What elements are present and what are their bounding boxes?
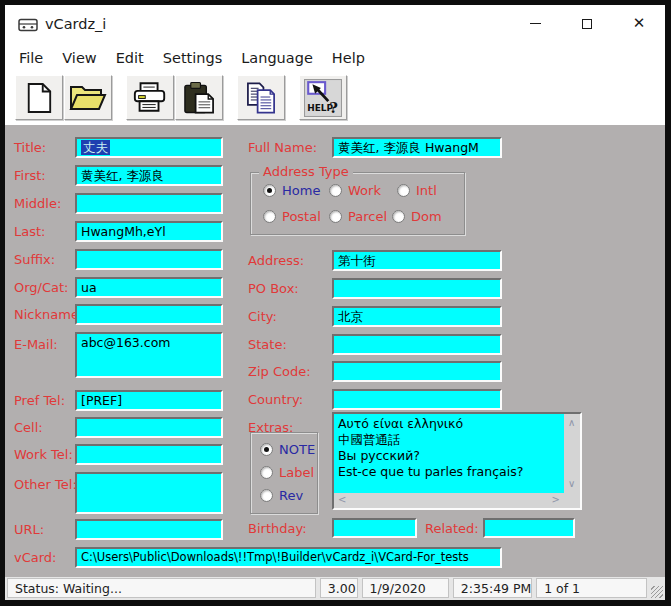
radio-dom-label[interactable]: Dom	[411, 209, 442, 224]
vcard-path-input[interactable]: C:\Users\Public\Downloads\!!Tmp\!Builder…	[75, 547, 502, 568]
radio-intl-label[interactable]: Intl	[416, 183, 437, 198]
orgcat-input[interactable]: ua	[75, 277, 223, 298]
birthday-input[interactable]	[332, 518, 417, 538]
radio-work-label[interactable]: Work	[348, 183, 381, 198]
form-area: Title: First: Middle: Last: Suffix: Org/…	[5, 125, 665, 577]
horizontal-scrollbar[interactable]: < >	[334, 493, 564, 508]
state-label: State:	[248, 337, 287, 352]
menu-bar: File View Edit Settings Language Help	[5, 42, 665, 73]
url-input[interactable]	[75, 519, 223, 540]
menu-help[interactable]: Help	[332, 50, 365, 66]
open-button[interactable]	[64, 75, 112, 120]
paste-button[interactable]	[175, 75, 223, 120]
app-icon	[18, 16, 38, 32]
radio-intl[interactable]	[397, 184, 410, 197]
address-type-caption: Address Type	[259, 164, 353, 179]
radio-note-label[interactable]: NOTE	[279, 442, 315, 457]
radio-label[interactable]	[260, 466, 273, 479]
menu-edit[interactable]: Edit	[116, 50, 144, 66]
state-input[interactable]	[332, 334, 502, 355]
close-button[interactable]: ✕	[613, 5, 665, 42]
paste-clipboard-icon	[183, 81, 216, 115]
radio-postal[interactable]	[263, 210, 276, 223]
title-label: Title:	[14, 140, 46, 155]
window-title: vCardz_i	[45, 16, 106, 32]
related-input[interactable]	[483, 518, 575, 538]
printer-icon	[132, 81, 168, 114]
vertical-scrollbar[interactable]: ∧ ∨	[564, 414, 580, 493]
radio-work[interactable]	[329, 184, 342, 197]
radio-postal-label[interactable]: Postal	[282, 209, 321, 224]
minimize-icon	[530, 23, 541, 24]
vcardz-window-frame: vCardz_i ✕ File View Edit Settings Langu…	[0, 0, 671, 606]
new-button[interactable]	[15, 75, 63, 120]
radio-note[interactable]	[260, 443, 273, 456]
menu-file[interactable]: File	[19, 50, 43, 66]
fullname-input[interactable]: 黄美红, 李源良 HwangM	[332, 137, 502, 158]
maximize-button[interactable]	[561, 5, 613, 42]
copy-button[interactable]	[237, 75, 285, 120]
scroll-left-icon[interactable]: <	[338, 495, 346, 505]
radio-home[interactable]	[263, 184, 276, 197]
scroll-down-icon[interactable]: ∨	[568, 479, 575, 489]
extras-textarea[interactable]: Αυτό είναι ελληνικό 中國普通話 Вы русский? Es…	[332, 412, 582, 510]
radio-home-label[interactable]: Home	[282, 183, 320, 198]
email-input[interactable]: abc@163.com	[75, 332, 223, 378]
open-folder-icon	[69, 82, 107, 113]
radio-rev-label[interactable]: Rev	[279, 488, 303, 503]
preftel-label: Pref Tel:	[14, 393, 65, 408]
radio-dom[interactable]	[392, 210, 405, 223]
radio-rev[interactable]	[260, 489, 273, 502]
help-button[interactable]: HELP ?	[299, 75, 347, 120]
radio-label-label[interactable]: Label	[279, 465, 314, 480]
country-label: Country:	[248, 392, 303, 407]
status-bar: Status: Waiting... 3.00 1/9/2020 2:35:49…	[5, 577, 665, 600]
first-label: First:	[14, 168, 46, 183]
city-label: City:	[248, 309, 277, 324]
first-input[interactable]: 黄美红, 李源良	[75, 165, 223, 186]
nickname-label: Nickname:	[14, 307, 83, 322]
middle-input[interactable]	[75, 193, 223, 214]
pobox-input[interactable]	[332, 278, 502, 299]
nickname-input[interactable]	[75, 304, 223, 325]
copy-documents-icon	[245, 81, 278, 115]
status-time: 2:35:49 PM	[453, 578, 532, 598]
toolbar: HELP ?	[5, 73, 665, 125]
title-input[interactable]: 丈夫	[75, 137, 223, 158]
cell-input[interactable]	[75, 417, 223, 438]
country-input[interactable]	[332, 389, 502, 410]
resize-grip[interactable]	[651, 586, 663, 598]
middle-label: Middle:	[14, 196, 61, 211]
minimize-button[interactable]	[509, 5, 561, 42]
extras-text[interactable]: Αυτό είναι ελληνικό 中國普通話 Вы русский? Es…	[334, 414, 564, 493]
worktel-input[interactable]	[75, 444, 223, 465]
status-page-count: 1 of 1	[536, 578, 647, 598]
radio-parcel[interactable]	[329, 210, 342, 223]
radio-parcel-label[interactable]: Parcel	[348, 209, 387, 224]
scroll-right-icon[interactable]: >	[552, 495, 560, 505]
address-label: Address:	[248, 253, 304, 268]
svg-text:?: ?	[329, 98, 338, 115]
city-input[interactable]: 北京	[332, 306, 502, 327]
menu-view[interactable]: View	[62, 50, 96, 66]
menu-language[interactable]: Language	[241, 50, 313, 66]
vcardz-window: vCardz_i ✕ File View Edit Settings Langu…	[5, 5, 665, 600]
status-date: 1/9/2020	[362, 578, 449, 598]
preftel-input[interactable]: [PREF]	[75, 390, 223, 411]
menu-settings[interactable]: Settings	[163, 50, 222, 66]
othertel-input[interactable]	[75, 472, 223, 514]
print-button[interactable]	[126, 75, 174, 120]
birthday-label: Birthday:	[248, 521, 307, 536]
new-document-icon	[25, 81, 53, 115]
selected-text: 丈夫	[81, 140, 110, 155]
address-type-group: Address Type Home Work Intl Postal Parce…	[250, 172, 465, 235]
address-input[interactable]: 第十街	[332, 250, 502, 271]
suffix-input[interactable]	[75, 249, 223, 270]
email-label: E-Mail:	[14, 337, 58, 352]
zipcode-input[interactable]	[332, 361, 502, 382]
scroll-up-icon[interactable]: ∧	[568, 418, 575, 428]
last-input[interactable]: HwangMh,eYl	[75, 221, 223, 242]
status-version: 3.00	[320, 578, 358, 598]
title-bar[interactable]: vCardz_i ✕	[5, 5, 665, 42]
close-icon: ✕	[633, 16, 646, 31]
